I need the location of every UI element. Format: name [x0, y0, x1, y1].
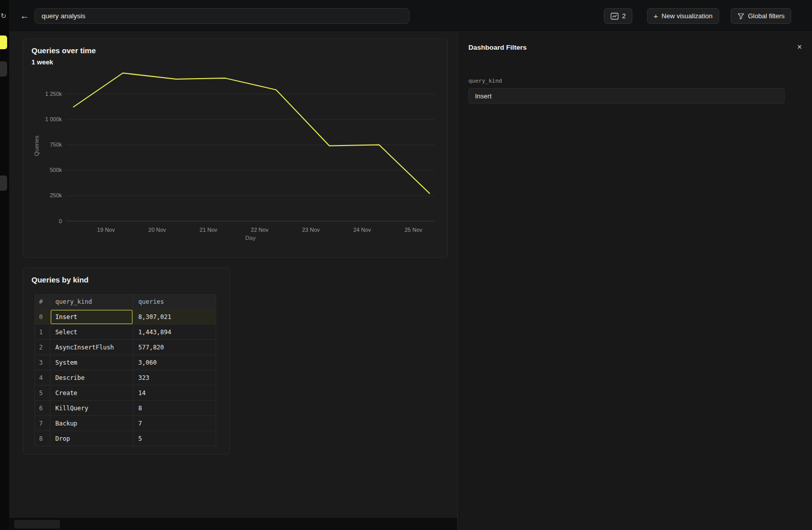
column-header[interactable]: queries: [133, 295, 216, 309]
queries-by-kind-table: #query_kindqueries 0Insert8,307,0211Sele…: [35, 294, 216, 446]
global-filters-label: Global filters: [748, 12, 785, 20]
global-filters-button[interactable]: Global filters: [731, 8, 791, 24]
new-visualization-button[interactable]: + New visualization: [647, 8, 719, 24]
queries-line-chart[interactable]: 0250k500k750k1 000k1 250k19 Nov20 Nov21 …: [26, 66, 448, 244]
column-header[interactable]: query_kind: [50, 295, 133, 309]
svg-text:Queries: Queries: [33, 135, 40, 156]
table-row[interactable]: 3System3,060: [35, 355, 216, 370]
chart-card-queries-over-time[interactable]: Queries over time 1 week 0250k500k750k1 …: [23, 39, 448, 258]
plus-icon: +: [654, 12, 658, 20]
table-card-queries-by-kind[interactable]: Queries by kind #query_kindqueries 0Inse…: [23, 268, 230, 454]
back-button[interactable]: ←: [17, 9, 31, 23]
svg-text:24 Nov: 24 Nov: [353, 227, 371, 233]
visualization-count: 2: [622, 12, 626, 20]
table-row[interactable]: 2AsyncInsertFlush577,820: [35, 340, 216, 355]
app-window: ↻ ← 2 + New visualization Global filters: [0, 0, 812, 530]
query-kind-filter-select[interactable]: Insert: [468, 88, 785, 103]
left-rail: ↻: [0, 0, 9, 530]
column-header[interactable]: #: [35, 295, 50, 309]
svg-text:23 Nov: 23 Nov: [302, 227, 320, 233]
table-row[interactable]: 8Drop5: [35, 431, 216, 446]
rail-item[interactable]: [0, 61, 7, 77]
svg-text:22 Nov: 22 Nov: [251, 227, 268, 233]
filter-field-query-kind: query_kind Insert: [468, 78, 785, 103]
chart-subtitle: 1 week: [31, 58, 53, 66]
dashboard-canvas: Queries over time 1 week 0250k500k750k1 …: [9, 32, 457, 530]
svg-text:1 000k: 1 000k: [45, 116, 62, 122]
filter-field-value: Insert: [475, 92, 492, 100]
rail-item[interactable]: [0, 175, 7, 191]
table-row[interactable]: 6KillQuery8: [35, 401, 216, 416]
filters-panel-title: Dashboard Filters: [468, 44, 527, 51]
table-row[interactable]: 7Backup7: [35, 416, 216, 431]
topbar: ← 2 + New visualization Global filters: [9, 0, 812, 32]
filter-field-label: query_kind: [468, 78, 785, 84]
funnel-icon: [737, 13, 745, 20]
table-row[interactable]: 4Describe323: [35, 370, 216, 385]
svg-text:25 Nov: 25 Nov: [404, 227, 422, 233]
dashboard-title-input[interactable]: [35, 8, 410, 24]
chart-title: Queries over time: [31, 46, 96, 55]
svg-text:250k: 250k: [50, 192, 62, 198]
close-icon[interactable]: ×: [797, 43, 802, 51]
panel-icon: [611, 13, 619, 20]
svg-text:Day: Day: [245, 235, 256, 241]
svg-text:500k: 500k: [50, 167, 62, 173]
dashboard-filters-panel: Dashboard Filters × query_kind Insert: [457, 32, 812, 530]
new-visualization-label: New visualization: [662, 12, 713, 20]
table-row[interactable]: 5Create14: [35, 385, 216, 401]
bottom-left-control[interactable]: [14, 520, 60, 528]
svg-text:19 Nov: 19 Nov: [97, 227, 115, 233]
svg-text:750k: 750k: [50, 142, 62, 148]
bottom-bar: [9, 518, 457, 530]
visualization-count-button[interactable]: 2: [604, 8, 632, 24]
rail-item-active[interactable]: [0, 36, 7, 49]
table-title: Queries by kind: [31, 275, 89, 284]
svg-text:20 Nov: 20 Nov: [148, 227, 166, 233]
svg-text:21 Nov: 21 Nov: [199, 227, 217, 233]
table-header-row: #query_kindqueries: [35, 295, 216, 309]
svg-text:0: 0: [59, 218, 62, 224]
svg-text:1 250k: 1 250k: [45, 91, 62, 97]
table-row[interactable]: 1Select1,443,894: [35, 325, 216, 340]
history-refresh-icon[interactable]: ↻: [1, 12, 7, 20]
table-row[interactable]: 0Insert8,307,021: [35, 309, 216, 325]
